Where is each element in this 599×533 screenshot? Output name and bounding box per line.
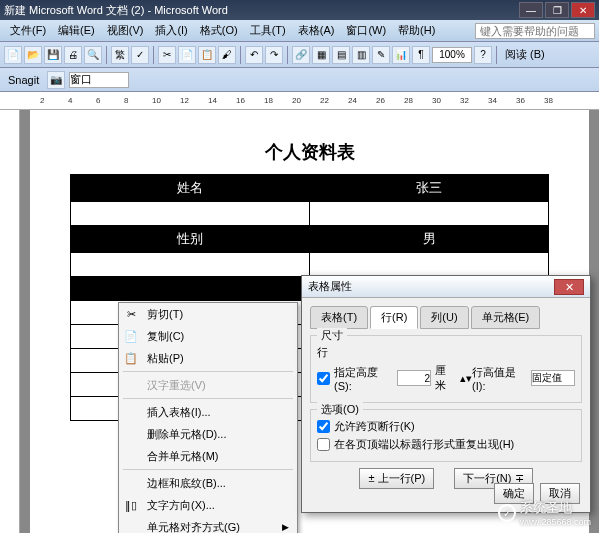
- repeat-header-checkbox[interactable]: [317, 438, 330, 451]
- open-icon[interactable]: 📂: [24, 46, 42, 64]
- ctx-cut[interactable]: ✂剪切(T): [119, 303, 297, 325]
- dialog-tabs: 表格(T) 行(R) 列(U) 单元格(E): [310, 306, 582, 329]
- height-is-combo[interactable]: [531, 370, 575, 386]
- toolbar-snagit: Snagit 📷: [0, 68, 599, 92]
- size-group-title: 尺寸: [317, 328, 347, 343]
- zoom-input[interactable]: [432, 47, 472, 63]
- menu-edit[interactable]: 编辑(E): [52, 21, 101, 40]
- font-convert-button[interactable]: 繁: [111, 46, 129, 64]
- shield-icon: ✓: [498, 504, 516, 522]
- copy-icon[interactable]: 📄: [178, 46, 196, 64]
- ctx-merge-cells[interactable]: 合并单元格(M): [119, 445, 297, 467]
- specify-height-checkbox[interactable]: [317, 372, 330, 385]
- repeat-header-label: 在各页顶端以标题行形式重复出现(H): [334, 437, 514, 452]
- read-mode-button[interactable]: 阅读 (B): [501, 47, 549, 62]
- menu-file[interactable]: 文件(F): [4, 21, 52, 40]
- column-icon[interactable]: ▥: [352, 46, 370, 64]
- ctx-reconvert: 汉字重选(V): [119, 374, 297, 396]
- paste-icon[interactable]: 📋: [198, 46, 216, 64]
- menu-insert[interactable]: 插入(I): [149, 21, 193, 40]
- titlebar: 新建 Microsoft Word 文档 (2) - Microsoft Wor…: [0, 0, 599, 20]
- snagit-target-combo[interactable]: [69, 72, 129, 88]
- table-row: [71, 253, 549, 277]
- ruler-horizontal[interactable]: 2 4 6 8 10 12 14 16 18 20 22 24 26 28 30…: [0, 92, 599, 110]
- tab-table[interactable]: 表格(T): [310, 306, 368, 329]
- table-row: [71, 202, 549, 226]
- undo-icon[interactable]: ↶: [245, 46, 263, 64]
- dialog-title: 表格属性: [308, 279, 352, 294]
- maximize-button[interactable]: ❐: [545, 2, 569, 18]
- ctx-copy[interactable]: 📄复制(C): [119, 325, 297, 347]
- separator: [123, 469, 293, 470]
- text-direction-icon: ‖▯: [123, 497, 139, 513]
- close-button[interactable]: ✕: [571, 2, 595, 18]
- ctx-cell-align[interactable]: 单元格对齐方式(G)▶: [119, 516, 297, 533]
- height-unit-label: 厘米: [435, 363, 456, 393]
- allow-break-checkbox[interactable]: [317, 420, 330, 433]
- watermark: ✓ 系统圣地 www.285668.com: [498, 499, 591, 527]
- cell-name-label[interactable]: 姓名: [71, 175, 310, 202]
- separator: [240, 46, 241, 64]
- dialog-titlebar: 表格属性 ✕: [302, 276, 590, 298]
- snagit-label: Snagit: [4, 74, 43, 86]
- cut-icon: ✂: [123, 306, 139, 322]
- save-icon[interactable]: 💾: [44, 46, 62, 64]
- redo-icon[interactable]: ↷: [265, 46, 283, 64]
- minimize-button[interactable]: —: [519, 2, 543, 18]
- cell-empty[interactable]: [71, 277, 310, 301]
- copy-icon: 📄: [123, 328, 139, 344]
- options-group-title: 选项(O): [317, 402, 363, 417]
- cell-empty[interactable]: [71, 202, 310, 226]
- ctx-text-direction[interactable]: ‖▯文字方向(X)...: [119, 494, 297, 516]
- menubar: 文件(F) 编辑(E) 视图(V) 插入(I) 格式(O) 工具(T) 表格(A…: [0, 20, 599, 42]
- prev-row-button[interactable]: ± 上一行(P): [359, 468, 434, 489]
- cell-gender-label[interactable]: 性别: [71, 226, 310, 253]
- height-value-input[interactable]: [397, 370, 431, 386]
- tab-row[interactable]: 行(R): [370, 306, 418, 329]
- table-icon[interactable]: ▦: [312, 46, 330, 64]
- ctx-paste[interactable]: 📋粘贴(P): [119, 347, 297, 369]
- tab-cell[interactable]: 单元格(E): [471, 306, 541, 329]
- app-window: 新建 Microsoft Word 文档 (2) - Microsoft Wor…: [0, 0, 599, 533]
- format-painter-icon[interactable]: 🖌: [218, 46, 236, 64]
- menu-window[interactable]: 窗口(W): [340, 21, 392, 40]
- window-controls: — ❐ ✕: [519, 2, 595, 18]
- ruler-vertical[interactable]: [0, 110, 20, 533]
- chart-icon[interactable]: 📊: [392, 46, 410, 64]
- new-doc-icon[interactable]: 📄: [4, 46, 22, 64]
- drawing-icon[interactable]: ✎: [372, 46, 390, 64]
- cell-gender-value[interactable]: 男: [310, 226, 549, 253]
- document-title[interactable]: 个人资料表: [70, 140, 549, 164]
- preview-icon[interactable]: 🔍: [84, 46, 102, 64]
- cell-empty[interactable]: [310, 253, 549, 277]
- spinner-icon[interactable]: ▴▾: [460, 372, 468, 385]
- cut-icon[interactable]: ✂: [158, 46, 176, 64]
- chevron-right-icon: ▶: [282, 522, 289, 532]
- link-icon[interactable]: 🔗: [292, 46, 310, 64]
- excel-icon[interactable]: ▤: [332, 46, 350, 64]
- dialog-close-button[interactable]: ✕: [554, 279, 584, 295]
- menu-view[interactable]: 视图(V): [101, 21, 150, 40]
- cell-empty[interactable]: [310, 202, 549, 226]
- doc-map-icon[interactable]: ¶: [412, 46, 430, 64]
- snagit-capture-icon[interactable]: 📷: [47, 71, 65, 89]
- print-icon[interactable]: 🖨: [64, 46, 82, 64]
- cell-empty[interactable]: [71, 253, 310, 277]
- cell-name-value[interactable]: 张三: [310, 175, 549, 202]
- table-properties-dialog: 表格属性 ✕ 表格(T) 行(R) 列(U) 单元格(E) 尺寸 行 指定高度(…: [301, 275, 591, 513]
- menu-tools[interactable]: 工具(T): [244, 21, 292, 40]
- menu-table[interactable]: 表格(A): [292, 21, 341, 40]
- dialog-body: 表格(T) 行(R) 列(U) 单元格(E) 尺寸 行 指定高度(S): 厘米 …: [302, 298, 590, 500]
- window-title: 新建 Microsoft Word 文档 (2) - Microsoft Wor…: [4, 3, 519, 18]
- menu-format[interactable]: 格式(O): [194, 21, 244, 40]
- menu-help[interactable]: 帮助(H): [392, 21, 441, 40]
- ctx-insert-table[interactable]: 插入表格(I)...: [119, 401, 297, 423]
- ctx-borders[interactable]: 边框和底纹(B)...: [119, 472, 297, 494]
- tab-column[interactable]: 列(U): [420, 306, 468, 329]
- spellcheck-icon[interactable]: ✓: [131, 46, 149, 64]
- help-icon[interactable]: ?: [474, 46, 492, 64]
- ctx-delete-cells[interactable]: 删除单元格(D)...: [119, 423, 297, 445]
- separator: [123, 398, 293, 399]
- watermark-text: 系统圣地: [520, 499, 591, 517]
- help-search-input[interactable]: [475, 23, 595, 39]
